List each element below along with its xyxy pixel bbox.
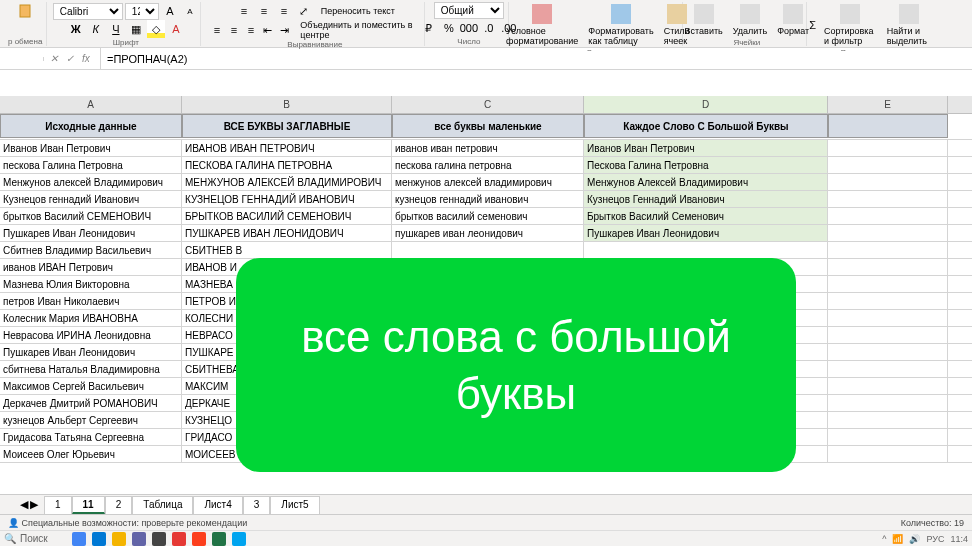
cell[interactable]: менжунов алексей владимирович	[392, 174, 584, 190]
increase-font-button[interactable]: A	[161, 2, 179, 20]
cell[interactable]: Иванов Иван Петрович	[0, 140, 182, 156]
sheet-tab[interactable]: 2	[105, 496, 133, 514]
font-color-button[interactable]: A	[167, 20, 185, 38]
number-format-select[interactable]: Общий	[434, 2, 504, 19]
delete-cells-button[interactable]: Удалить	[729, 2, 771, 38]
indent-decrease-button[interactable]: ⇤	[260, 21, 275, 39]
taskbar-search[interactable]: 🔍 Поиск	[4, 533, 48, 544]
cell[interactable]: Максимов Сергей Васильевич	[0, 378, 182, 394]
cell[interactable]: Колесник Мария ИВАНОВНА	[0, 310, 182, 326]
sheet-tab[interactable]: Лист5	[270, 496, 319, 514]
cell[interactable]	[392, 242, 584, 258]
merge-center-button[interactable]: Объединить и поместить в центре	[300, 20, 420, 40]
app-icon[interactable]	[232, 532, 246, 546]
header-a[interactable]: Исходные данные	[0, 114, 182, 138]
sheet-nav-next-icon[interactable]: ▶	[30, 498, 38, 511]
cell[interactable]	[828, 174, 948, 190]
fx-icon[interactable]: fx	[82, 53, 94, 65]
header-d[interactable]: Каждое Слово С Большой Буквы	[584, 114, 828, 138]
align-center-button[interactable]: ≡	[226, 21, 241, 39]
align-left-button[interactable]: ≡	[209, 21, 224, 39]
cell[interactable]: Сбитнев Владимир Васильевич	[0, 242, 182, 258]
cell[interactable]: КУЗНЕЦОВ ГЕННАДИЙ ИВАНОВИЧ	[182, 191, 392, 207]
formula-input[interactable]	[101, 51, 972, 67]
excel-icon[interactable]	[212, 532, 226, 546]
language-indicator[interactable]: РУС	[926, 534, 944, 544]
app-icon[interactable]	[112, 532, 126, 546]
sheet-nav-prev-icon[interactable]: ◀	[20, 498, 28, 511]
cell[interactable]: МЕНЖУНОВ АЛЕКСЕЙ ВЛАДИМИРОВИЧ	[182, 174, 392, 190]
cell[interactable]: кузнецов геннадий иванович	[392, 191, 584, 207]
cell[interactable]: Гридасова Татьяна Сергеевна	[0, 429, 182, 445]
header-b[interactable]: ВСЕ БУКВЫ ЗАГЛАВНЫЕ	[182, 114, 392, 138]
volume-icon[interactable]: 🔊	[909, 534, 920, 544]
cell[interactable]	[828, 327, 948, 343]
tray-chevron-icon[interactable]: ^	[882, 534, 886, 544]
currency-button[interactable]: ₽	[420, 19, 438, 37]
italic-button[interactable]: К	[87, 20, 105, 38]
col-header-c[interactable]: C	[392, 96, 584, 113]
cell[interactable]	[828, 412, 948, 428]
app-icon[interactable]	[152, 532, 166, 546]
wifi-icon[interactable]: 📶	[892, 534, 903, 544]
cell[interactable]: БРЫТКОВ ВАСИЛИЙ СЕМЕНОВИЧ	[182, 208, 392, 224]
cell[interactable]: Моисеев Олег Юрьевич	[0, 446, 182, 462]
autosum-button[interactable]: Σ	[808, 16, 819, 34]
underline-button[interactable]: Ч	[107, 20, 125, 38]
cell[interactable]: Деркачев Дмитрий РОМАНОВИЧ	[0, 395, 182, 411]
cell[interactable]	[828, 259, 948, 275]
cancel-formula-icon[interactable]: ✕	[50, 53, 62, 65]
cell[interactable]: пушкарев иван леонидович	[392, 225, 584, 241]
sheet-tab[interactable]: 1	[44, 496, 72, 514]
cell[interactable]: Брытков Василий Семенович	[584, 208, 828, 224]
cell[interactable]	[828, 225, 948, 241]
border-button[interactable]: ▦	[127, 20, 145, 38]
orientation-button[interactable]: ⤢	[295, 2, 313, 20]
cell[interactable]	[828, 361, 948, 377]
font-name-select[interactable]: Calibri	[53, 3, 123, 20]
align-right-button[interactable]: ≡	[243, 21, 258, 39]
cell[interactable]: брытков василий семенович	[392, 208, 584, 224]
cell[interactable]: Менжунов Алексей Владимирович	[584, 174, 828, 190]
sort-filter-button[interactable]: Сортировка и фильтр	[820, 2, 881, 48]
bold-button[interactable]: Ж	[67, 20, 85, 38]
increase-decimal-button[interactable]: .0	[480, 19, 498, 37]
cell[interactable]	[584, 242, 828, 258]
cell[interactable]	[828, 140, 948, 156]
cell[interactable]	[828, 242, 948, 258]
align-top-button[interactable]: ≡	[235, 2, 253, 20]
app-icon[interactable]	[72, 532, 86, 546]
align-middle-button[interactable]: ≡	[255, 2, 273, 20]
sheet-tab[interactable]: 11	[72, 496, 105, 514]
enter-formula-icon[interactable]: ✓	[66, 53, 78, 65]
col-header-d[interactable]: D	[584, 96, 828, 113]
app-icon[interactable]	[172, 532, 186, 546]
format-as-table-button[interactable]: Форматировать как таблицу	[584, 2, 657, 48]
app-icon[interactable]	[92, 532, 106, 546]
percent-button[interactable]: %	[440, 19, 458, 37]
decrease-font-button[interactable]: A	[181, 2, 199, 20]
cell[interactable]	[828, 429, 948, 445]
col-header-b[interactable]: B	[182, 96, 392, 113]
indent-increase-button[interactable]: ⇥	[277, 21, 292, 39]
cell[interactable]: брытков Василий СЕМЕНОВИЧ	[0, 208, 182, 224]
sheet-tab[interactable]: Таблица	[132, 496, 193, 514]
header-c[interactable]: все буквы маленькие	[392, 114, 584, 138]
sheet-tab[interactable]: Лист4	[193, 496, 242, 514]
sheet-tab[interactable]: 3	[243, 496, 271, 514]
conditional-format-button[interactable]: Условное форматирование	[502, 2, 582, 48]
insert-cells-button[interactable]: Вставить	[681, 2, 727, 38]
comma-button[interactable]: 000	[460, 19, 478, 37]
fill-color-button[interactable]: ◇	[147, 20, 165, 38]
col-header-a[interactable]: A	[0, 96, 182, 113]
find-select-button[interactable]: Найти и выделить	[883, 2, 935, 48]
cell[interactable]: пескова Галина Петровна	[0, 157, 182, 173]
cell[interactable]	[828, 378, 948, 394]
cell[interactable]: ПЕСКОВА ГАЛИНА ПЕТРОВНА	[182, 157, 392, 173]
clock[interactable]: 11:4	[950, 534, 968, 544]
cell[interactable]	[828, 157, 948, 173]
header-e[interactable]	[828, 114, 948, 138]
cell[interactable]: ПУШКАРЕВ ИВАН ЛЕОНИДОВИЧ	[182, 225, 392, 241]
cell[interactable]: пескова галина петровна	[392, 157, 584, 173]
cell[interactable]: Менжунов алексей Владимирович	[0, 174, 182, 190]
